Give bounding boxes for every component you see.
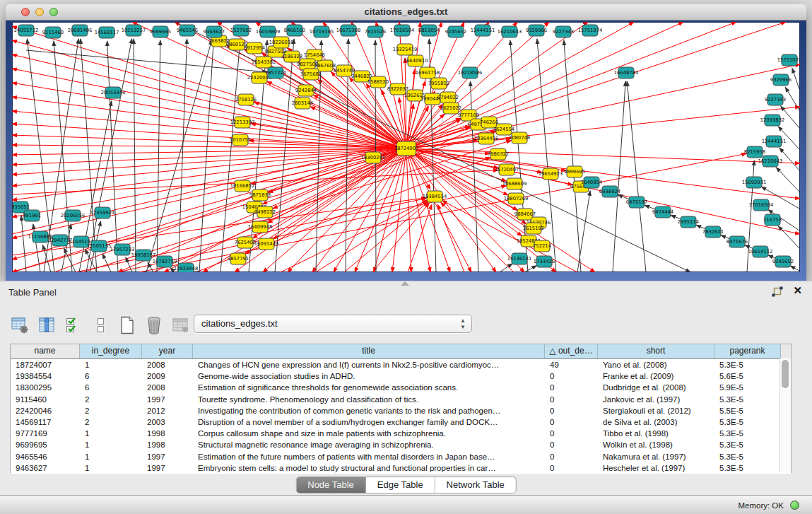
graph-node-label: 19958167 bbox=[131, 252, 156, 258]
table-cell: 2012 bbox=[142, 405, 193, 416]
select-columns-checkbox-icon[interactable] bbox=[64, 315, 83, 335]
table-cell: 1997 bbox=[142, 462, 193, 474]
window-titlebar[interactable]: citations_edges.txt bbox=[6, 4, 806, 21]
graph-node-label: 935051 bbox=[12, 204, 30, 210]
column-header-pagerank[interactable]: pagerank bbox=[714, 344, 781, 358]
table-cell: 5.3E-5 bbox=[714, 462, 781, 474]
column-header-title[interactable]: title bbox=[193, 344, 545, 358]
graph-node-label: 7663822 bbox=[208, 38, 230, 44]
graph-node-label: 7625402 bbox=[235, 240, 256, 245]
graph-edge bbox=[281, 200, 427, 272]
table-row[interactable]: 911546021997Tourette syndrome. Phenomeno… bbox=[11, 394, 791, 405]
table-scrollbar[interactable] bbox=[779, 358, 791, 472]
show-columns-icon[interactable] bbox=[37, 315, 57, 335]
network-canvas[interactable]: 1872400718300295193845549777169649756874… bbox=[12, 22, 800, 272]
column-header-short[interactable]: short bbox=[598, 344, 714, 358]
table-row[interactable]: 977716911998Corpus callosum shape and si… bbox=[11, 428, 791, 439]
table-cell: Yano et al. (2008) bbox=[598, 359, 714, 370]
graph-node-label: 7615526 bbox=[365, 29, 386, 35]
graph-edge bbox=[437, 204, 464, 272]
table-cell: Estimation of the future numbers of pati… bbox=[193, 451, 545, 462]
table-cell: 5.6E-5 bbox=[714, 370, 781, 382]
table-row[interactable]: 1872400712008Changes of HCN gene express… bbox=[11, 359, 791, 370]
status-bar: Memory: OK bbox=[0, 495, 812, 514]
graph-node-label: 16543382 bbox=[252, 59, 276, 65]
graph-edge bbox=[790, 266, 799, 271]
table-mode-icon[interactable] bbox=[10, 315, 30, 335]
table-cell: 9777169 bbox=[11, 428, 80, 439]
graph-edge bbox=[537, 39, 556, 272]
panel-resize-handle[interactable] bbox=[401, 281, 409, 286]
table-cell: 6 bbox=[80, 370, 142, 382]
graph-node-label: 16053809 bbox=[256, 29, 281, 35]
float-panel-icon[interactable] bbox=[771, 286, 784, 298]
network-view-frame: 1872400718300295193845549777169649756874… bbox=[6, 21, 806, 281]
table-row[interactable]: 946554611997Estimation of the future num… bbox=[11, 451, 791, 462]
graph-node-label: 16091443 bbox=[254, 241, 279, 247]
table-cell: Estimation of significance thresholds fo… bbox=[193, 382, 545, 393]
memory-indicator-icon[interactable] bbox=[790, 501, 799, 510]
tab-edge-table[interactable]: Edge Table bbox=[366, 477, 435, 493]
graph-node-label: 18226058 bbox=[269, 40, 294, 45]
table-row[interactable]: 1938455462009Genome-wide association stu… bbox=[11, 370, 791, 382]
tab-node-table[interactable]: Node Table bbox=[296, 477, 366, 493]
graph-node-label: 1080748 bbox=[509, 135, 530, 141]
table-toolbar: f(x) bbox=[10, 313, 218, 338]
graph-node-label: 20364456 bbox=[474, 136, 499, 141]
graph-node-label: 20053346 bbox=[101, 90, 126, 95]
table-cell: 9463627 bbox=[11, 462, 80, 474]
graph-node-label: 16409948 bbox=[248, 224, 273, 230]
table-cell: 0 bbox=[545, 394, 598, 405]
graph-node-label: 2935114 bbox=[678, 219, 699, 225]
table-cell: 18724007 bbox=[11, 359, 80, 370]
table-row[interactable]: 946362711997Embryonic stem cells: a mode… bbox=[11, 462, 791, 474]
citation-network-graph[interactable]: 1872400718300295193845549777169649756874… bbox=[12, 22, 800, 272]
network-table-selector[interactable]: citations_edges.txt ▲ ▼ bbox=[194, 315, 472, 333]
graph-node-label: 16210643 bbox=[758, 158, 783, 164]
table-cell: 5.3E-5 bbox=[714, 359, 781, 370]
graph-node-label: 2803144 bbox=[292, 100, 313, 106]
graph-node-label: 391991 bbox=[23, 213, 41, 218]
graph-node-label: 12213393 bbox=[230, 119, 255, 125]
column-header-year[interactable]: year bbox=[142, 344, 193, 358]
table-cell: 18300295 bbox=[11, 382, 80, 393]
graph-edge bbox=[613, 81, 625, 272]
graph-node-label: 16640910 bbox=[404, 58, 428, 64]
column-header-in_degree[interactable]: in_degree bbox=[80, 344, 142, 358]
table-cell: 9465546 bbox=[11, 451, 80, 462]
table-cell: 1 bbox=[80, 428, 142, 439]
table-scrollbar-thumb[interactable] bbox=[782, 360, 789, 388]
delete-column-trash-icon[interactable] bbox=[144, 315, 164, 335]
graph-edge bbox=[102, 254, 111, 272]
table-cell: Structural magnetic resonance image aver… bbox=[193, 439, 545, 450]
graph-node-label: 19218586 bbox=[458, 70, 483, 76]
graph-node-label: 9827503 bbox=[265, 49, 286, 54]
graph-node-label: 3624554 bbox=[493, 127, 514, 132]
row-height-icon[interactable] bbox=[90, 315, 110, 335]
tab-network-table[interactable]: Network Table bbox=[435, 477, 516, 493]
table-cell: 5.9E-5 bbox=[714, 382, 781, 393]
table-row[interactable]: 1456911722003Disruption of a novel membe… bbox=[11, 416, 791, 428]
graph-node-label: 15720407 bbox=[495, 167, 519, 173]
new-column-document-icon[interactable] bbox=[117, 315, 137, 335]
graph-node-label: 12093832 bbox=[760, 117, 785, 123]
close-panel-icon[interactable]: ✕ bbox=[793, 284, 802, 297]
window-title: citations_edges.txt bbox=[6, 6, 806, 17]
graph-node-label: 9699695 bbox=[150, 29, 171, 35]
graph-node-label: 12923448 bbox=[174, 266, 199, 271]
table-cell: 1998 bbox=[142, 428, 193, 439]
graph-node-label: 18724007 bbox=[394, 146, 419, 151]
table-cell: 6 bbox=[80, 382, 142, 393]
table-cell: Franke et al. (2009) bbox=[598, 370, 714, 382]
graph-node-label: 8186328 bbox=[281, 54, 302, 59]
table-row[interactable]: 969969511998Structural magnetic resonanc… bbox=[11, 439, 791, 450]
graph-node-label: 3675685 bbox=[300, 71, 322, 77]
graph-node-label: 9474444 bbox=[652, 209, 673, 215]
column-header-out_de[interactable]: △ out_de… bbox=[545, 344, 598, 358]
table-row[interactable]: 1830029562008Estimation of significance … bbox=[11, 382, 791, 393]
table-row[interactable]: 2242004622012Investigating the contribut… bbox=[11, 405, 791, 416]
graph-edge bbox=[778, 226, 799, 248]
graph-edge bbox=[792, 68, 799, 89]
column-header-name[interactable]: name bbox=[11, 344, 80, 358]
graph-node-label: 17957233 bbox=[110, 247, 135, 252]
